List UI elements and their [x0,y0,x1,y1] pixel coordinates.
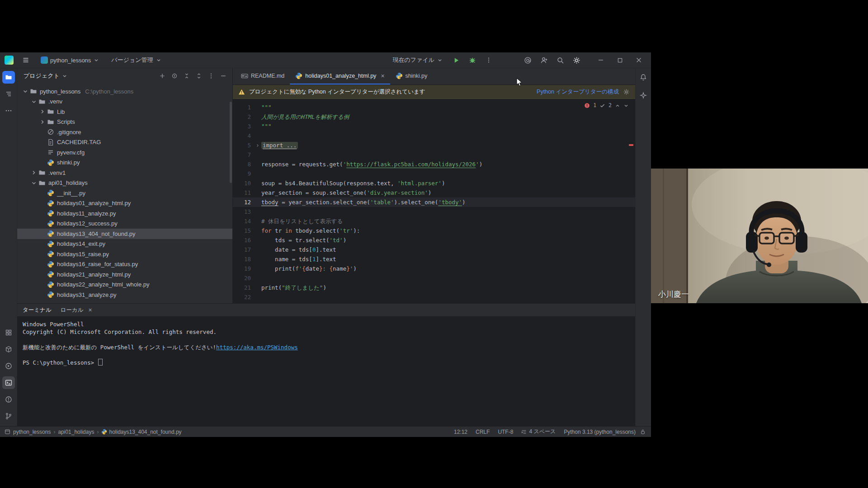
tree-item[interactable]: .venv [17,97,232,107]
panel-options-button[interactable] [207,71,216,80]
code-line: 22 [233,292,635,302]
chevron-right-icon[interactable] [39,118,46,126]
status-window-icon[interactable] [5,429,10,435]
warning-count: 2 [609,101,612,110]
editor-tab[interactable]: holidays01_analyze_html.py× [290,68,390,84]
status-interpreter[interactable]: Python 3.13 (python_lessons) [564,429,636,435]
project-tool-button[interactable] [2,71,15,84]
breadcrumb-separator-icon: › [97,429,99,435]
next-problem-icon[interactable] [623,103,629,108]
terminal-output[interactable]: Windows PowerShellCopyright (C) Microsof… [17,317,635,427]
tree-item[interactable]: CACHEDIR.TAG [17,137,232,148]
collaborate-users-button[interactable] [538,54,550,66]
terminal-title[interactable]: ターミナル [23,306,52,314]
tree-item-label: holidays01_analyze_html.py [57,200,131,206]
run-button[interactable] [450,54,462,66]
chevron-down-icon[interactable] [22,88,29,95]
debug-button[interactable] [467,54,478,66]
run-configuration-widget[interactable]: 現在のファイル [390,55,446,66]
close-tab-icon[interactable]: × [381,73,384,79]
tree-item[interactable]: holidays14_exit.py [17,239,232,249]
tree-item[interactable]: python_lessonsC:\python_lessons [17,86,232,97]
minus-icon [220,73,226,79]
project-widget[interactable]: python_lessons [38,55,102,65]
problems-tool-button[interactable] [2,393,15,406]
tree-item[interactable]: holidays11_analyze.py [17,208,232,219]
problems-icon [5,396,12,403]
fold-marker-icon[interactable] [255,143,260,148]
tree-item[interactable]: api01_holidays [17,178,232,188]
chevron-down-icon[interactable] [30,179,38,187]
services-tool-button[interactable] [2,326,15,339]
tree-item[interactable]: .gitignore [17,127,232,137]
search-everywhere-button[interactable] [554,54,566,66]
project-tree[interactable]: python_lessonsC:\python_lessons.venvLibS… [17,84,232,303]
tree-item[interactable]: __init__.py [17,188,232,198]
tree-item[interactable]: holidays01_analyze_html.py [17,198,232,209]
configure-interpreter-link[interactable]: Python インタープリターの構成 [537,88,619,96]
expand-all-button[interactable] [182,71,191,80]
version-control-widget[interactable]: バージョン管理 [108,55,164,66]
code-line: 9 [233,169,635,178]
close-button[interactable] [631,54,646,66]
tree-item[interactable]: holidays22_analyze_html_whole.py [17,280,232,290]
tree-item[interactable]: shinki.py [17,158,232,168]
tree-item[interactable]: pyvenv.cfg [17,147,232,158]
chevron-right-icon[interactable] [39,108,46,115]
tree-item[interactable]: holidays16_raise_for_status.py [17,259,232,270]
settings-button[interactable] [571,54,582,66]
chevron-down-icon[interactable] [30,98,38,105]
collapse-all-button[interactable] [194,71,203,80]
maximize-button[interactable] [612,54,627,66]
status-cursor-position[interactable]: 12:12 [454,429,467,435]
tree-item[interactable]: holidays13_404_not_found.py [17,229,232,239]
inspections-widget[interactable]: 1 2 [584,101,629,110]
terminal-line [23,351,635,359]
minimize-button[interactable] [593,54,609,66]
terminal-tab-local[interactable]: ローカル × [61,304,92,316]
editor-tab[interactable]: shinki.py [390,68,433,84]
bug-icon [469,56,476,64]
tree-item-label: holidays13_404_not_found.py [57,230,135,237]
tree-item[interactable]: holidays12_success.py [17,219,232,229]
chevron-right-icon[interactable] [30,169,38,176]
tree-item[interactable]: holidays31_analyze.py [17,290,232,300]
hide-panel-button[interactable] [219,71,228,80]
breadcrumb-item[interactable]: python_lessons [13,429,51,435]
status-line-ending[interactable]: CRLF [476,429,490,435]
python-console-tool-button[interactable] [2,360,15,372]
notifications-button[interactable] [637,71,650,84]
tree-scrollbar[interactable] [230,102,232,183]
breadcrumb-item[interactable]: api01_holidays [58,429,94,435]
terminal-link[interactable]: https://aka.ms/PSWindows [216,344,298,351]
tree-item[interactable]: holidays15_raise.py [17,249,232,259]
editor-tab[interactable]: README.md [236,68,290,84]
folder-icon [30,88,37,95]
more-tools-button[interactable] [2,104,15,117]
breadcrumb-item[interactable]: holidays13_404_not_found.py [101,429,181,435]
status-indent-config[interactable]: 4 スペース [521,428,556,436]
tree-item[interactable]: holidays21_analyze_html.py [17,269,232,280]
version-control-tool-button[interactable] [2,410,15,422]
code-line: 18 name = tds[1].text [233,254,635,264]
python-packages-tool-button[interactable] [2,343,15,356]
tree-item[interactable]: Scripts [17,117,232,127]
code-with-me-button[interactable] [522,54,533,66]
close-terminal-tab-icon[interactable]: × [89,307,92,313]
locate-file-button[interactable] [170,71,179,80]
ai-assistant-button[interactable] [637,89,650,102]
error-stripe-mark[interactable] [629,144,633,146]
status-encoding[interactable]: UTF-8 [498,429,513,435]
add-button[interactable] [158,71,167,80]
structure-tool-button[interactable] [2,88,15,100]
banner-settings-icon[interactable] [623,89,630,95]
prev-problem-icon[interactable] [615,103,620,108]
gear-icon [573,56,580,64]
file-lock-icon[interactable] [640,429,646,435]
code-editor[interactable]: 1"""2人間が見る用のHTMLを解析する例3"""45import ...78… [233,99,635,303]
terminal-tool-button[interactable] [2,376,15,389]
tree-item[interactable]: Lib [17,107,232,117]
main-menu-button[interactable] [20,54,32,66]
more-actions-button[interactable] [483,54,495,66]
tree-item[interactable]: .venv1 [17,168,232,178]
